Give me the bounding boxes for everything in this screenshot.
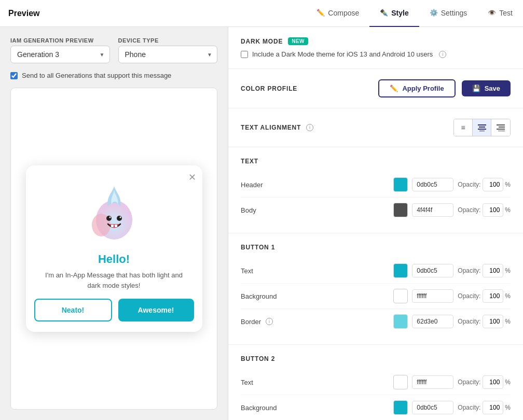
dark-mode-info-icon[interactable]: i (439, 51, 446, 58)
align-center-button[interactable] (473, 119, 491, 136)
generation-checkbox-label: Send to all Generations that support thi… (22, 72, 171, 79)
device-select[interactable]: Phone Tablet Desktop (118, 46, 218, 63)
right-panel: DARK MODE NEW Include a Dark Mode theme … (228, 27, 523, 420)
button2-text-hex[interactable] (412, 375, 453, 389)
align-right-icon (497, 124, 505, 131)
svg-rect-9 (479, 127, 485, 128)
button1-border-swatch[interactable] (393, 314, 408, 329)
svg-rect-6 (111, 225, 114, 227)
apply-profile-button[interactable]: ✏️ Apply Profile (378, 79, 455, 97)
dark-mode-section: DARK MODE NEW Include a Dark Mode theme … (228, 27, 523, 69)
page-title: Preview (8, 9, 50, 18)
button2-bg-hex[interactable] (412, 401, 453, 414)
button2-text-opacity-label: Opacity: (458, 379, 480, 386)
tab-style[interactable]: ✒️ Style (369, 0, 419, 27)
apply-profile-label: Apply Profile (402, 85, 444, 92)
button2-bg-swatch[interactable] (393, 400, 408, 415)
dark-mode-title: DARK MODE (241, 38, 283, 45)
flame-illustration (88, 181, 140, 243)
device-field: DEVICE TYPE Phone Tablet Desktop ▼ (118, 37, 218, 63)
tab-test[interactable]: 👁️ Test (477, 0, 523, 27)
svg-rect-7 (115, 225, 117, 227)
text-header-swatch[interactable] (393, 177, 408, 192)
button1-border-percent: % (505, 318, 511, 325)
svg-point-2 (106, 216, 112, 221)
button1-bg-opacity[interactable] (483, 289, 503, 303)
tab-compose[interactable]: ✏️ Compose (306, 0, 369, 27)
generation-checkbox[interactable] (10, 72, 18, 79)
alignment-info-icon[interactable]: i (306, 124, 313, 131)
main-content: IAM GENERATION PREVIEW Generation 3 Gene… (0, 27, 523, 420)
svg-rect-10 (478, 129, 486, 130)
align-right-button[interactable] (491, 119, 510, 136)
text-section: TEXT Header Opacity: % Body Opacity: % (228, 147, 523, 233)
modal-button-1[interactable]: Neato! (34, 299, 112, 321)
button2-text-row: Text Opacity: % (241, 370, 511, 395)
dark-mode-checkbox-row: Include a Dark Mode theme for iOS 13 and… (241, 50, 511, 58)
svg-rect-13 (499, 127, 505, 128)
button1-border-label: Border i (241, 318, 393, 326)
left-panel: IAM GENERATION PREVIEW Generation 3 Gene… (0, 27, 228, 420)
tab-test-label: Test (499, 9, 513, 17)
button1-border-hex[interactable] (412, 315, 453, 328)
alignment-buttons: ≡ (453, 119, 511, 136)
tab-settings[interactable]: ⚙️ Settings (419, 0, 478, 27)
button1-bg-swatch[interactable] (393, 289, 408, 303)
dark-mode-header: DARK MODE NEW (241, 37, 511, 45)
text-body-swatch[interactable] (393, 203, 408, 217)
modal-button-2[interactable]: Awesome! (118, 299, 194, 321)
text-body-hex[interactable] (412, 203, 453, 217)
tab-compose-label: Compose (328, 9, 359, 17)
svg-point-5 (119, 217, 121, 218)
button2-text-opacity[interactable] (483, 375, 503, 389)
button1-text-swatch[interactable] (393, 263, 408, 278)
pencil-icon: ✏️ (390, 85, 398, 92)
button1-section-title: BUTTON 1 (241, 244, 511, 251)
device-label: DEVICE TYPE (118, 37, 218, 44)
preview-area: ✕ (10, 88, 217, 410)
button1-bg-hex[interactable] (412, 289, 453, 303)
button1-text-row: Text Opacity: % (241, 258, 511, 284)
alignment-label-wrap: TEXT ALIGNMENT i (241, 124, 453, 131)
svg-rect-8 (478, 124, 486, 125)
dark-mode-checkbox[interactable] (241, 51, 248, 58)
button2-bg-opacity[interactable] (483, 401, 503, 414)
button2-text-swatch[interactable] (393, 375, 408, 389)
button1-border-opacity[interactable] (483, 315, 503, 328)
text-body-opacity-label: Opacity: (458, 206, 480, 214)
align-left-button[interactable]: ≡ (454, 119, 473, 136)
save-label: Save (485, 85, 500, 92)
app-container: Preview ✏️ Compose ✒️ Style ⚙️ Settings … (0, 0, 523, 420)
modal-body: I'm an In-App Message that has both ligh… (26, 268, 202, 299)
save-button[interactable]: 💾 Save (462, 80, 511, 96)
tab-style-label: Style (391, 9, 408, 17)
nav-tabs: ✏️ Compose ✒️ Style ⚙️ Settings 👁️ Test (306, 0, 523, 27)
button1-text-opacity[interactable] (483, 264, 503, 277)
button2-bg-row: Background Opacity: % (241, 395, 511, 420)
button1-text-label: Text (241, 267, 393, 275)
text-header-hex[interactable] (412, 178, 453, 191)
svg-rect-15 (498, 131, 505, 131)
button2-text-percent: % (505, 379, 511, 386)
save-icon: 💾 (472, 85, 480, 92)
button2-section: BUTTON 2 Text Opacity: % Background Opac… (228, 345, 523, 420)
button1-border-info-icon[interactable]: i (266, 318, 273, 325)
text-header-row: Header Opacity: % (241, 172, 511, 198)
align-center-icon (478, 124, 486, 131)
svg-rect-14 (497, 129, 505, 130)
button1-text-hex[interactable] (412, 264, 453, 277)
settings-icon: ⚙️ (430, 9, 438, 17)
modal-close-button[interactable]: ✕ (188, 172, 196, 183)
text-header-opacity[interactable] (483, 178, 503, 191)
generation-select[interactable]: Generation 3 Generation 2 Generation 1 (10, 46, 110, 63)
color-profile-row: COLOR PROFILE ✏️ Apply Profile 💾 Save (241, 79, 511, 97)
text-section-title: TEXT (241, 158, 511, 165)
text-header-percent: % (505, 181, 511, 188)
dark-mode-checkbox-label: Include a Dark Mode theme for iOS 13 and… (252, 50, 433, 58)
modal-card: ✕ (26, 165, 202, 332)
button2-bg-percent: % (505, 404, 511, 411)
text-body-opacity[interactable] (483, 203, 503, 217)
alignment-row: TEXT ALIGNMENT i ≡ (241, 119, 511, 136)
button1-bg-opacity-label: Opacity: (458, 292, 480, 300)
button1-border-opacity-label: Opacity: (458, 318, 480, 325)
